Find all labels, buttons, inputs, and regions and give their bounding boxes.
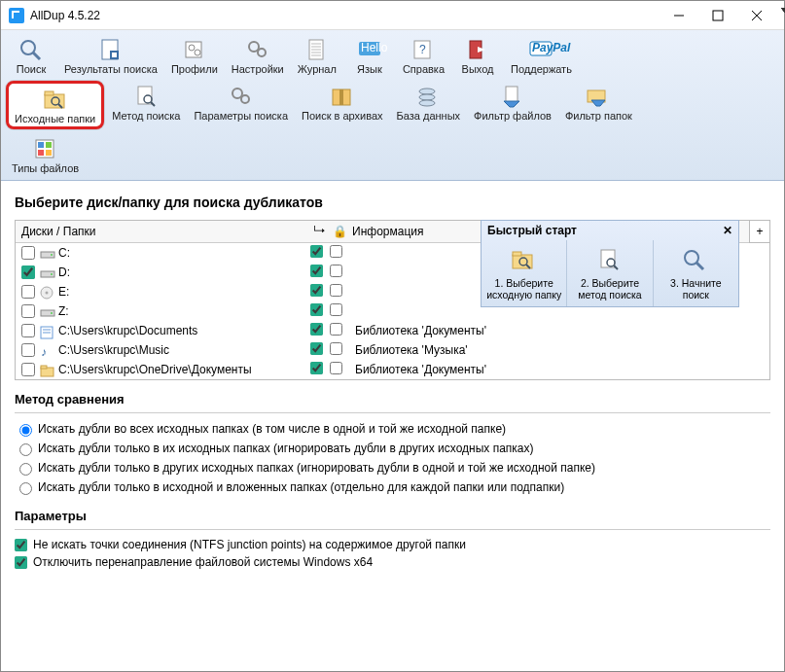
folder-row[interactable]: C:\Users\krupc\OneDrive\ДокументыБиблиот… [16, 360, 769, 379]
toolbar-settings[interactable]: Настройки [226, 34, 290, 77]
svg-point-35 [232, 88, 242, 98]
row-select-checkbox[interactable] [21, 285, 35, 299]
row-path: D: [58, 265, 306, 279]
svg-text:PayPal: PayPal [532, 41, 571, 54]
toolbar-support[interactable]: PayPalПоддержать [505, 34, 578, 77]
quick-step[interactable]: 3. Начнитепоиск [654, 240, 738, 306]
folder-row[interactable]: C:\Users\krupc\DocumentsБиблиотека 'Доку… [16, 321, 769, 340]
compare-option[interactable]: Искать дубли только в других исходных па… [15, 458, 770, 477]
compare-radio[interactable] [19, 482, 32, 495]
toolbar-label: Исходные папки [15, 113, 95, 124]
toolbar-file-types[interactable]: Типы файлов [6, 133, 85, 176]
param-checkbox[interactable] [15, 539, 27, 551]
compare-radio[interactable] [19, 424, 32, 437]
folder-row[interactable]: ♪C:\Users\krupc\MusicБиблиотека 'Музыка' [16, 340, 769, 360]
row-select-checkbox[interactable] [21, 324, 35, 337]
row-select-checkbox[interactable] [21, 304, 35, 318]
col-lock-icon[interactable]: 🔒 [327, 221, 346, 242]
svg-text:♪: ♪ [41, 345, 47, 359]
row-lock-checkbox[interactable] [330, 265, 342, 277]
row-lock-checkbox[interactable] [330, 323, 342, 336]
compare-heading: Метод сравнения [15, 392, 770, 407]
param-option[interactable]: Не искать точки соединения (NTFS junctio… [15, 536, 770, 553]
toolbar-label: Поддержать [511, 63, 572, 75]
col-recurse-icon[interactable]: ⮡ [307, 221, 327, 242]
svg-line-34 [151, 102, 155, 106]
svg-point-58 [51, 312, 53, 314]
close-button[interactable] [737, 2, 776, 29]
svg-rect-42 [506, 87, 517, 102]
svg-text:?: ? [419, 43, 426, 56]
row-recurse-checkbox[interactable] [310, 342, 323, 355]
toolbar-label: Профили [171, 63, 218, 75]
svg-point-72 [685, 251, 698, 265]
toolbar-archives[interactable]: Поиск в архивах [296, 81, 389, 129]
disc-icon [39, 285, 54, 299]
toolbar-exit[interactable]: Выход [452, 34, 503, 77]
compare-option[interactable]: Искать дубли только в исходной и вложенн… [15, 477, 770, 497]
toolbar-search[interactable]: Поиск [6, 34, 56, 77]
toolbar-help[interactable]: ?Справка [397, 34, 450, 77]
row-path: C: [58, 246, 306, 260]
toolbar-label: Выход [462, 63, 494, 75]
add-folder-button[interactable]: + [749, 220, 770, 243]
row-recurse-checkbox[interactable] [310, 323, 323, 336]
quick-step[interactable]: 2. Выберитеметод поиска [567, 240, 653, 306]
row-recurse-checkbox[interactable] [310, 265, 323, 277]
row-lock-checkbox[interactable] [330, 362, 342, 374]
svg-point-52 [51, 254, 53, 256]
toolbar-database[interactable]: База данных [391, 81, 467, 129]
toolbar-search-method[interactable]: Метод поиска [106, 81, 186, 129]
compare-radio[interactable] [19, 463, 32, 476]
compare-option[interactable]: Искать дубли во всех исходных папках (в … [15, 419, 770, 439]
toolbar-source-folders[interactable]: Исходные папки [6, 81, 104, 129]
row-lock-checkbox[interactable] [330, 303, 342, 316]
svg-rect-49 [38, 150, 44, 156]
svg-rect-66 [513, 252, 521, 256]
compare-label: Искать дубли только в исходной и вложенн… [38, 480, 564, 494]
svg-rect-50 [46, 150, 52, 156]
toolbar-folder-filter[interactable]: Фильтр папок [559, 81, 638, 129]
folder-filter-icon [583, 83, 614, 110]
row-lock-checkbox[interactable] [330, 284, 342, 297]
gears-icon [242, 36, 273, 63]
magnifier-icon [16, 36, 47, 63]
quick-step[interactable]: 1. Выберитеисходную папку [482, 240, 567, 306]
minimize-button[interactable] [660, 2, 698, 29]
toolbar-search-params[interactable]: Параметры поиска [188, 81, 294, 129]
row-recurse-checkbox[interactable] [310, 284, 323, 297]
row-recurse-checkbox[interactable] [310, 303, 323, 316]
magnifier-icon [656, 244, 736, 277]
row-lock-checkbox[interactable] [330, 245, 342, 258]
toolbar-label: Язык [357, 63, 382, 75]
toolbar-profiles[interactable]: Профили [165, 34, 224, 77]
param-checkbox[interactable] [15, 556, 27, 569]
toolbar-file-filter[interactable]: Фильтр файлов [468, 81, 557, 129]
row-recurse-checkbox[interactable] [310, 245, 323, 258]
row-select-checkbox[interactable] [21, 265, 35, 279]
toolbar-label: Метод поиска [112, 110, 180, 122]
toolbar-language[interactable]: HelloЯзык [344, 34, 395, 77]
row-info: Библиотека 'Документы' [345, 363, 764, 376]
svg-rect-8 [112, 53, 117, 57]
row-lock-checkbox[interactable] [330, 342, 342, 355]
row-select-checkbox[interactable] [21, 246, 35, 260]
col-disks[interactable]: Диски / Папки [16, 221, 307, 242]
compare-option[interactable]: Искать дубли только в их исходных папках… [15, 439, 770, 458]
compare-label: Искать дубли только в их исходных папках… [38, 442, 534, 455]
svg-rect-1 [713, 11, 723, 20]
maximize-button[interactable] [698, 2, 737, 29]
row-recurse-checkbox[interactable] [310, 362, 323, 374]
quick-start-close[interactable]: ✕ [723, 224, 732, 237]
row-path: E: [58, 285, 306, 299]
compare-label: Искать дубли только в других исходных па… [38, 461, 595, 475]
quick-step-label: 2. Выберитеметод поиска [569, 277, 650, 301]
toolbar-journal[interactable]: Журнал [292, 34, 342, 77]
svg-rect-47 [38, 142, 44, 148]
row-select-checkbox[interactable] [21, 343, 35, 357]
param-option[interactable]: Отключить перенаправление файловой систе… [15, 553, 770, 571]
drive-icon [39, 246, 54, 260]
toolbar-results[interactable]: Результаты поиска [58, 34, 163, 77]
row-select-checkbox[interactable] [21, 363, 35, 376]
compare-radio[interactable] [19, 443, 32, 456]
